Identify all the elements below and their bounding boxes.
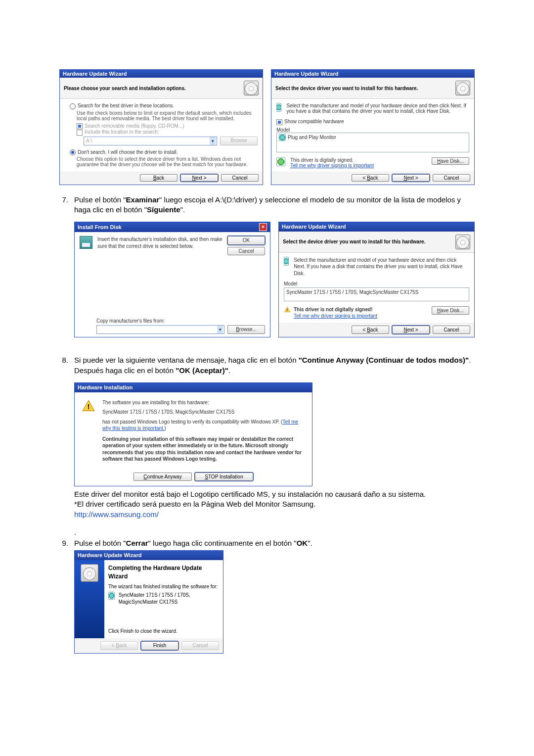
titlebar: Hardware Installation (75, 383, 312, 392)
titlebar: Install From Disk × (75, 222, 270, 232)
title-text: Install From Disk (78, 224, 122, 231)
next-button[interactable]: Next > (180, 174, 218, 182)
title-text: Hardware Update Wizard (282, 223, 346, 231)
dialog-footer: < Back Finish Cancel (75, 638, 223, 653)
check-include-location[interactable] (77, 129, 85, 135)
title-text: Hardware Installation (78, 384, 133, 391)
completing-close-hint: Click Finish to close the wizard. (108, 628, 219, 635)
step-number: 9. (59, 538, 68, 654)
check-show-compat[interactable] (276, 119, 284, 125)
hw-model: SyncMaster 171S / 175S / 170S, MagicSync… (102, 409, 305, 416)
dialog-body: Select the manufacturer and model of you… (279, 253, 474, 323)
warning-icon: ! (284, 306, 291, 313)
monitor-small-icon (279, 134, 286, 141)
dialog-body: Select the manufacturer and model of you… (271, 99, 474, 171)
close-icon[interactable]: × (259, 223, 267, 231)
continue-anyway-button[interactable]: Continue Anyway (134, 472, 192, 481)
monitor-small-icon (108, 592, 115, 600)
dialog-footer: Continue Anyway STOP Installation (75, 470, 312, 486)
dialog-body: ! The software you are installing for th… (75, 392, 312, 470)
install-from-disk-dialog: Install From Disk × Insert the manufactu… (74, 222, 270, 337)
have-disk-button[interactable]: Have Disk... (432, 306, 469, 315)
signing-info-link[interactable]: Tell me why driver signing is important (290, 163, 374, 168)
wizard-select-driver-sync: Hardware Update Wizard Select the device… (278, 222, 475, 337)
titlebar: Hardware Update Wizard (271, 70, 474, 78)
hardware-installation-dialog: Hardware Installation ! The software you… (74, 382, 312, 486)
cd-icon (455, 81, 470, 95)
completing-main: Completing the Hardware Update Wizard Th… (104, 560, 223, 638)
select-desc: Select the manufacturer and model of you… (294, 257, 469, 277)
step-content: Si puede ver la siguiente ventana de men… (74, 355, 475, 520)
titlebar: Hardware Update Wizard (279, 222, 474, 232)
hw-logo-line: has not passed Windows Logo testing to v… (102, 419, 305, 432)
step-8: 8. Si puede ver la siguiente ventana de … (59, 355, 475, 520)
floppy-icon (80, 236, 92, 249)
model-listbox[interactable]: Plug and Play Monitor (276, 133, 469, 152)
completing-model: SyncMaster 171S / 175S / 170S, MagicSync… (119, 592, 219, 605)
next-button[interactable]: Next > (392, 326, 430, 334)
select-desc: Select the manufacturer and model of you… (286, 103, 469, 114)
ok-button[interactable]: OK (227, 236, 265, 245)
monitor-icon (276, 103, 281, 112)
finish-button[interactable]: Finish (141, 641, 178, 650)
step-number: 7. (59, 195, 68, 348)
cancel-button[interactable]: Cancel (227, 247, 265, 256)
dialog-footer: < Back Next > Cancel (279, 323, 474, 337)
browse-disabled-button: Browse (220, 137, 258, 145)
header-text: Select the device driver you want to ins… (275, 86, 451, 91)
title-text: Hardware Update Wizard (63, 71, 127, 77)
model-pnp-item[interactable]: Plug and Play Monitor (288, 134, 336, 140)
step-content: Pulse el botón "Examinar" luego escoja e… (74, 195, 475, 348)
radio-dont-search-label: Don't search. I will choose the driver t… (78, 149, 178, 155)
cancel-button[interactable]: Cancel (221, 174, 259, 182)
dialog-footer: < Back Next > Cancel (271, 171, 474, 185)
copy-from-dropdown[interactable] (96, 325, 224, 334)
show-compat-label: Show compatible hardware (284, 119, 344, 124)
radio-search-best[interactable] (70, 103, 78, 109)
cancel-button[interactable]: Cancel (433, 326, 470, 334)
wizard-search-options: Hardware Update Wizard Please choose you… (59, 69, 263, 185)
hw-warning-text: Continuing your installation of this sof… (102, 436, 302, 462)
header-band: Select the device driver you want to ins… (271, 78, 474, 99)
check-include-label: Include this location in the search: (85, 129, 159, 135)
browse-button[interactable]: Browse... (227, 325, 265, 334)
step7-dialogs: Install From Disk × Insert the manufactu… (74, 222, 475, 337)
completing-line1: The wizard has finished installing the s… (108, 583, 219, 590)
back-button[interactable]: < Back (352, 174, 389, 182)
svg-text:!: ! (287, 308, 288, 312)
stop-installation-button[interactable]: STOP Installation (195, 472, 253, 481)
samsung-url[interactable]: http://www.samsung.com/ (74, 510, 159, 519)
signed-text: This driver is digitally signed. (290, 157, 429, 163)
dialog-footer: Back Next > Cancel (60, 171, 263, 185)
step-list: 7. Pulse el botón "Examinar" luego escoj… (59, 195, 475, 654)
back-button[interactable]: < Back (352, 326, 389, 334)
next-button[interactable]: Next > (392, 174, 430, 182)
header-text: Please choose your search and installati… (64, 86, 240, 91)
back-disabled-button: < Back (100, 641, 138, 650)
completing-sidebar (75, 560, 104, 638)
cancel-button[interactable]: Cancel (433, 174, 470, 182)
completing-title: Completing the Hardware Update Wizard (108, 564, 219, 580)
cancel-disabled-button: Cancel (181, 641, 219, 650)
step-9-dot: . (59, 527, 475, 537)
header-band: Please choose your search and installati… (60, 78, 263, 99)
titlebar: Hardware Update Wizard (60, 70, 263, 78)
check-removable-media[interactable] (77, 123, 85, 129)
radio-dont-search[interactable] (70, 149, 78, 155)
model-sync-item[interactable]: SyncMaster 171S / 175S / 170S, MagicSync… (286, 289, 418, 295)
path-dropdown[interactable]: A:\ (84, 137, 217, 145)
signing-info-link[interactable]: Tell me why driver signing is important (294, 313, 377, 319)
back-button[interactable]: Back (140, 174, 178, 182)
dont-search-desc: Choose this option to select the device … (77, 156, 258, 167)
step-content: Pulse el botón "Cerrar" luego haga clic … (74, 538, 475, 654)
model-listbox[interactable]: SyncMaster 171S / 175S / 170S, MagicSync… (284, 287, 469, 301)
post8-line2: *El driver certificado será puesto en la… (74, 499, 475, 509)
wizard-completing: Hardware Update Wizard Completing the Ha… (74, 550, 223, 653)
completing-body: Completing the Hardware Update Wizard Th… (75, 560, 223, 638)
cd-icon (244, 81, 259, 95)
signed-icon (276, 157, 285, 166)
step-9: 9. Pulse el botón "Cerrar" luego haga cl… (59, 538, 475, 654)
title-text: Hardware Update Wizard (78, 552, 142, 559)
check-removable-label: Search removable media (floppy, CD-ROM..… (85, 123, 184, 129)
have-disk-button[interactable]: Have Disk... (432, 157, 469, 165)
